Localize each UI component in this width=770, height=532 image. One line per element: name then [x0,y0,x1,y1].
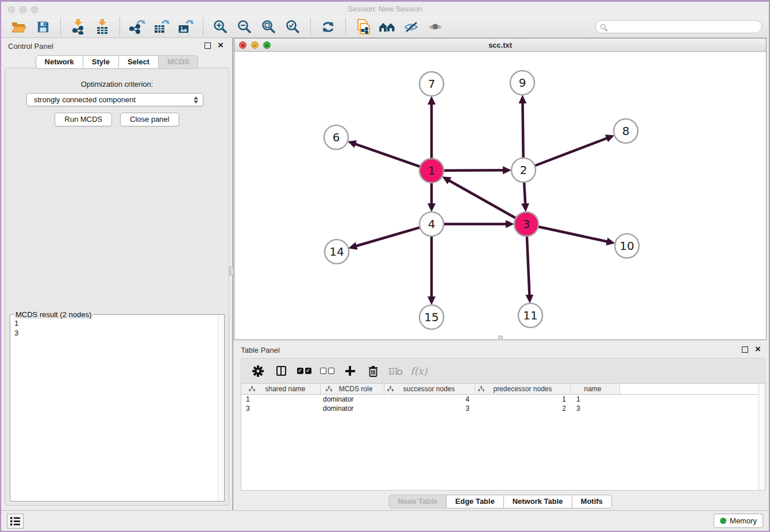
table-scrollbar[interactable] [759,384,765,490]
refresh-view-button[interactable] [319,18,337,36]
hide-selected-button[interactable] [402,18,421,36]
chevron-updown-icon [194,97,198,103]
export-table-button[interactable] [152,18,171,36]
network-window-titlebar[interactable]: × − + scc.txt [234,38,766,52]
deselect-all-button[interactable] [319,364,334,379]
app-titlebar: Session: New Session [1,2,769,16]
tab-edge-table[interactable]: Edge Table [446,495,503,508]
memory-button[interactable]: Memory [714,514,763,528]
result-scrollbar[interactable] [218,315,224,501]
tab-style[interactable]: Style [83,55,119,69]
network-canvas[interactable]: 1234678910111415 [234,52,766,340]
column-header-predecessor-nodes[interactable]: predecessor nodes [475,384,571,394]
cell-shared-name[interactable]: 3 [241,404,321,413]
graph-edge-2-8[interactable] [535,138,607,165]
svg-text:7: 7 [428,77,436,91]
run-mcds-button[interactable]: Run MCDS [55,113,112,126]
cell-name[interactable]: 1 [571,395,620,403]
graph-node-3[interactable]: 3 [514,212,538,236]
cell-predecessor-nodes[interactable]: 1 [475,395,571,403]
search-icon [600,24,606,29]
cell-successor-nodes[interactable]: 3 [384,404,475,413]
network-window: × − + scc.txt 1234678910111415 [234,38,767,340]
graph-edge-4-14[interactable] [356,228,420,246]
graph-edge-1-2[interactable] [444,170,503,171]
home-layout-button[interactable] [378,18,396,36]
export-table-icon [153,20,170,34]
search-input[interactable] [606,23,761,31]
graph-node-8[interactable]: 8 [614,119,638,143]
open-session-button[interactable] [10,18,28,36]
cell-shared-name[interactable]: 1 [241,395,321,403]
control-panel: Control Panel × Network Style Select MCD… [1,38,233,510]
close-panel-icon[interactable]: × [755,344,761,354]
graph-edge-2-9[interactable] [522,103,523,158]
table-row[interactable]: 3 dominator 3 2 3 [241,404,765,413]
zoom-in-button[interactable] [211,18,230,36]
tab-network-table[interactable]: Network Table [503,495,572,508]
tab-motifs[interactable]: Motifs [572,495,612,508]
graph-node-1[interactable]: 1 [419,159,444,183]
zoom-fit-button[interactable] [260,18,278,36]
export-network-icon [129,20,145,34]
graph-node-7[interactable]: 7 [419,72,444,96]
result-item[interactable]: 3 [14,328,224,338]
zoom-out-button[interactable] [236,18,254,36]
zoom-selected-button[interactable] [284,18,302,36]
svg-text:8: 8 [622,124,630,138]
export-image-button[interactable] [176,18,195,36]
cell-mcds-role[interactable]: dominator [321,395,384,403]
float-panel-icon[interactable] [205,43,211,49]
graph-node-4[interactable]: 4 [419,212,444,236]
graph-edge-3-11[interactable] [527,236,530,295]
window-resize-handle[interactable] [498,336,503,339]
tab-node-table[interactable]: Node Table [388,495,446,508]
task-history-button[interactable] [7,514,24,529]
function-builder-button[interactable]: f(x) [411,364,426,379]
close-panel-button[interactable]: Close panel [120,113,179,126]
graph-node-11[interactable]: 11 [518,303,542,327]
save-session-button[interactable] [34,18,52,36]
show-all-button[interactable] [426,18,445,36]
delete-column-button[interactable] [365,364,380,379]
close-panel-icon[interactable]: × [218,40,224,51]
table-row[interactable]: 1 dominator 4 1 1 [241,395,765,404]
tab-select[interactable]: Select [118,55,159,69]
graph-node-9[interactable]: 9 [510,71,534,95]
export-network-button[interactable] [128,18,147,36]
graph-edge-1-6[interactable] [355,144,420,167]
svg-text:10: 10 [619,239,634,253]
delete-table-button[interactable] [388,364,403,379]
column-header-successor-nodes[interactable]: successor nodes [384,384,475,394]
tab-network[interactable]: Network [36,55,83,69]
cell-predecessor-nodes[interactable]: 2 [475,404,571,413]
tab-mcds[interactable]: MCDS [158,55,198,69]
graph-node-10[interactable]: 10 [615,234,639,258]
import-table-button[interactable] [93,18,111,36]
graph-node-2[interactable]: 2 [511,158,536,182]
graph-node-14[interactable]: 14 [325,240,349,264]
column-header-shared-name[interactable]: shared name [241,384,321,394]
import-network-button[interactable] [69,18,87,36]
float-panel-icon[interactable] [742,346,748,353]
cell-mcds-role[interactable]: dominator [321,404,384,413]
graph-node-6[interactable]: 6 [324,125,348,149]
graph-edge-3-1[interactable] [449,180,515,218]
split-panel-button[interactable] [274,364,288,379]
column-header-name[interactable]: name [571,384,620,394]
graph-edge-3-10[interactable] [538,226,607,241]
result-item[interactable]: 1 [14,318,224,328]
graph-edge-2-3[interactable] [524,182,525,204]
add-column-button[interactable] [342,364,357,379]
graph-node-15[interactable]: 15 [419,305,444,329]
select-all-button[interactable]: ✓✓ [297,364,311,379]
network-from-file-button[interactable] [354,18,372,36]
cell-successor-nodes[interactable]: 4 [384,395,475,403]
column-header-mcds-role[interactable]: MCDS role [321,384,384,394]
cell-name[interactable]: 3 [571,404,620,413]
status-bar: Memory [1,510,769,531]
table-settings-button[interactable] [251,364,265,379]
graph-svg[interactable]: 1234678910111415 [234,52,766,340]
search-field[interactable] [595,20,762,33]
criterion-dropdown[interactable]: strongly connected component [26,93,203,106]
